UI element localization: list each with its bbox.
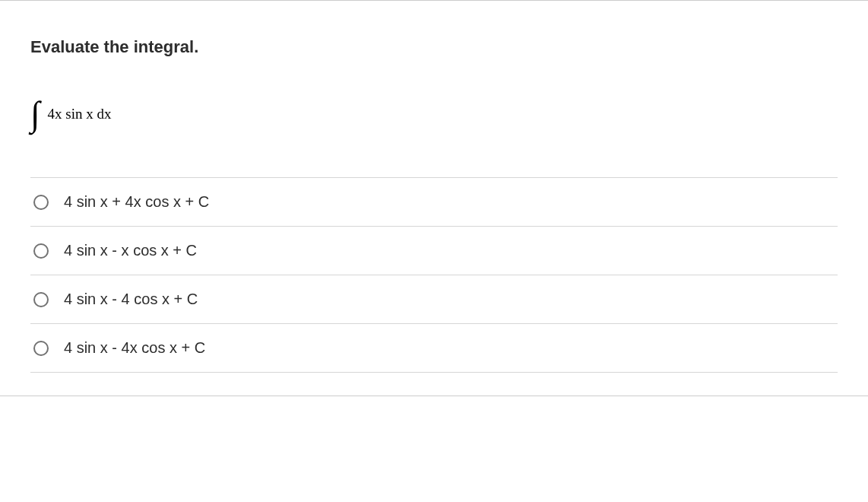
integral-icon: ∫ xyxy=(30,97,40,132)
option-label: 4 sin x - 4 cos x + C xyxy=(64,291,198,308)
radio-icon[interactable] xyxy=(33,292,49,307)
option-row[interactable]: 4 sin x - 4x cos x + C xyxy=(30,323,838,373)
integral-body: 4x sin x dx xyxy=(48,106,112,122)
option-label: 4 sin x - 4x cos x + C xyxy=(64,339,205,357)
radio-icon[interactable] xyxy=(33,243,49,259)
question-prompt: Evaluate the integral. xyxy=(0,1,868,72)
options-list: 4 sin x + 4x cos x + C 4 sin x - x cos x… xyxy=(0,177,868,396)
option-row[interactable]: 4 sin x + 4x cos x + C xyxy=(30,177,838,226)
radio-icon[interactable] xyxy=(33,341,49,356)
radio-icon[interactable] xyxy=(33,195,49,210)
integral-expression: ∫ 4x sin x dx xyxy=(0,72,868,177)
option-label: 4 sin x + 4x cos x + C xyxy=(64,193,209,211)
question-container: Evaluate the integral. ∫ 4x sin x dx 4 s… xyxy=(0,0,868,396)
option-label: 4 sin x - x cos x + C xyxy=(64,242,197,259)
option-row[interactable]: 4 sin x - 4 cos x + C xyxy=(30,275,838,323)
option-row[interactable]: 4 sin x - x cos x + C xyxy=(30,226,838,275)
